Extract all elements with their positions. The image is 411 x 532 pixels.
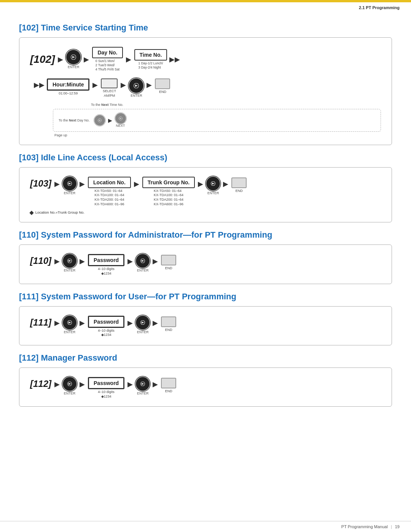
enter-label-112: ENTER xyxy=(64,391,76,395)
arrow-112-2: ▶ xyxy=(80,380,85,388)
section-102-title: [102] Time Service Starting Time xyxy=(19,23,392,33)
section-111-title: [111] System Password for User—for PT Pr… xyxy=(19,292,392,302)
enter-label-112-2: ENTER xyxy=(137,391,149,395)
select-label: SELECTAM/PM xyxy=(103,89,116,98)
dashed-loop: To the Next Day No. ▶ xyxy=(53,109,381,132)
svg-marker-18 xyxy=(68,321,71,323)
enter-label-103: ENTER xyxy=(64,191,76,195)
diag-103-inner: [103] ▶ ENTER ▶ Location No. KX-TDA50: 0… xyxy=(30,177,381,215)
svg-marker-16 xyxy=(142,260,144,262)
password-col-112: Password 4–10 digits◆1234 xyxy=(88,377,124,399)
enter-btn-2: ENTER xyxy=(129,78,143,97)
end-box-103 xyxy=(231,177,247,188)
next-day-text: To the Next Day No. xyxy=(59,118,90,122)
svg-marker-4 xyxy=(135,85,138,87)
svg-marker-20 xyxy=(142,321,144,323)
arrow-112-3: ▶ xyxy=(127,380,133,388)
enter-btn-103-2: ENTER xyxy=(206,177,220,195)
next-time-note: To the Next Time No. xyxy=(91,103,381,107)
enter-label-111-2: ENTER xyxy=(137,330,149,334)
enter-btn-110: ENTER xyxy=(63,254,76,272)
day-no-col: Day No. 0 Sun/1 Mon/2 Tue/3 Wed/4 Thu/5 … xyxy=(92,47,123,72)
end-col-110: END xyxy=(161,254,176,271)
end-label-112: END xyxy=(165,389,172,394)
arrow-112-4: ▶ xyxy=(153,380,158,388)
diagram-110: [110] ▶ ENTER ▶ Password 4–10 digits◆123… xyxy=(19,244,392,284)
arrow-110-3: ▶ xyxy=(127,257,133,265)
enter-label-110: ENTER xyxy=(64,268,76,272)
svg-marker-12 xyxy=(212,182,215,184)
enter-btn-112-2: ENTER xyxy=(136,377,150,395)
diagram-103: [103] ▶ ENTER ▶ Location No. KX-TDA50: 0… xyxy=(19,167,392,223)
arrow-111-4: ▶ xyxy=(153,319,158,327)
end-label-110: END xyxy=(165,266,172,271)
svg-point-13 xyxy=(68,259,72,263)
svg-marker-22 xyxy=(68,383,71,385)
arrow-6: ▶ xyxy=(147,81,152,89)
enter-circle-112-2 xyxy=(136,377,150,391)
next-enter-btn xyxy=(94,115,105,126)
main-content: [102] Time Service Starting Time [102] ▶ xyxy=(0,4,411,433)
day-no-sub: 0 Sun/1 Mon/2 Tue/3 Wed/4 Thu/5 Fri/6 Sa… xyxy=(96,59,119,72)
select-box xyxy=(101,78,118,88)
time-no-sub: 1 Day-1/2 Lunch/3 Day-2/4 Night xyxy=(139,61,163,70)
enter-label-103-2: ENTER xyxy=(207,191,219,195)
diamond-icon-103 xyxy=(29,211,33,215)
arrow-110-1: ▶ xyxy=(54,257,60,265)
number-110: [110] xyxy=(30,256,51,266)
enter-btn-112: ENTER xyxy=(63,377,76,395)
section-110-title: [110] System Password for Administrator—… xyxy=(19,230,392,240)
arrow-103-4: ▶ xyxy=(198,180,203,188)
arrow-dbl-2: ▶▶ xyxy=(34,81,45,89)
diagram-102-row2: ▶▶ Hour:Minute 01:00–12:59 ▶ SELECTAM/PM… xyxy=(34,78,381,98)
svg-point-17 xyxy=(68,320,72,324)
arrow-111-3: ▶ xyxy=(127,319,133,327)
end-box xyxy=(155,78,170,89)
diagram-112: [112] ▶ ENTER ▶ Password 4–10 digits◆123… xyxy=(19,367,392,407)
diagram-111: [111] ▶ ENTER ▶ Password 4–10 digits◆123… xyxy=(19,306,392,345)
arrow-110-4: ▶ xyxy=(153,257,158,265)
arrow-103-1: ▶ xyxy=(54,180,60,188)
footer-page-number: 19 xyxy=(395,524,400,529)
svg-point-7 xyxy=(119,117,122,120)
note-103: Location No.=Trunk Group No. xyxy=(30,210,381,214)
svg-marker-14 xyxy=(68,260,71,262)
hour-minute-sub: 01:00–12:59 xyxy=(59,91,78,96)
svg-marker-24 xyxy=(142,383,144,385)
page-up-text: Page up xyxy=(54,133,381,137)
svg-marker-6 xyxy=(99,120,101,121)
time-no-col: Time No. 1 Day-1/2 Lunch/3 Day-2/4 Night xyxy=(134,49,167,70)
next-enter-circle xyxy=(94,115,105,126)
arrow-4: ▶ xyxy=(92,81,98,89)
end-box-110 xyxy=(161,255,176,265)
password-box-112: Password xyxy=(88,377,124,389)
arrow-3: ▶ xyxy=(126,55,131,64)
end-col-103: END xyxy=(231,177,247,193)
arrow-1: ▶ xyxy=(58,55,63,64)
footer: PT Programming Manual | 19 xyxy=(0,521,411,532)
password-box-110: Password xyxy=(88,254,124,266)
next-time-text: To the Next Time No. xyxy=(91,103,123,107)
enter-circle-2 xyxy=(129,78,143,93)
password-col-111: Password 4–10 digits◆1234 xyxy=(88,316,124,337)
arrow-2: ▶ xyxy=(84,55,89,64)
password-sub-112: 4–10 digits◆1234 xyxy=(98,390,115,399)
number-103: [103] xyxy=(30,178,51,189)
svg-point-5 xyxy=(98,118,101,122)
enter-label-2: ENTER xyxy=(131,94,142,97)
arrow-103-5: ▶ xyxy=(223,180,228,188)
password-sub-110: 4–10 digits◆1234 xyxy=(98,267,115,276)
hour-minute-box: Hour:Minute xyxy=(47,78,89,91)
next-col: NEXT xyxy=(115,113,126,128)
svg-point-9 xyxy=(68,181,72,185)
svg-point-3 xyxy=(134,83,139,88)
enter-btn-111-2: ENTER xyxy=(136,316,150,334)
arrow-103-2: ▶ xyxy=(80,180,85,188)
time-no-box: Time No. xyxy=(134,49,167,61)
location-no-sub: KX-TDA50: 01–64KX-TDA100: 01–64KX-TDA200… xyxy=(94,189,124,207)
enter-circle-1 xyxy=(66,50,81,64)
section-112-title: [112] Manager Password xyxy=(19,353,392,363)
enter-circle-112 xyxy=(63,377,76,391)
arrow-5: ▶ xyxy=(121,81,126,89)
diagram-102-inner: [102] ▶ ENTER ▶ Day No. 0 xyxy=(30,47,381,137)
